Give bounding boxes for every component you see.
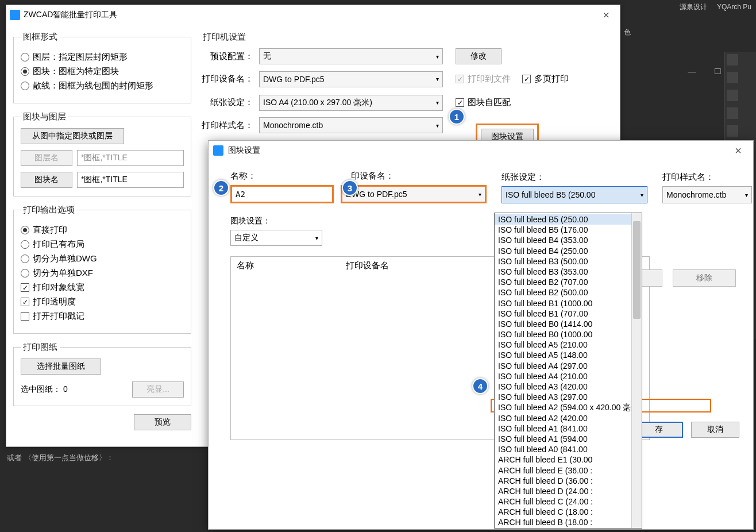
- paper-option[interactable]: ISO full bleed B2 (707.00: [495, 277, 631, 287]
- check-multipage[interactable]: 多页打印: [522, 74, 569, 84]
- paper-option[interactable]: ISO full bleed A1 (841.00: [495, 423, 631, 434]
- legend-drawings: 打印图纸: [21, 342, 60, 353]
- tool-icon[interactable]: [727, 125, 738, 137]
- paper-option[interactable]: ARCH full bleed B (18.00 :: [495, 517, 631, 527]
- label-device: 打印设备名：: [200, 74, 253, 84]
- paper-option[interactable]: ISO full bleed B1 (1000.00: [495, 298, 631, 309]
- tool-icon[interactable]: [727, 107, 738, 119]
- paper-option[interactable]: ISO full bleed B5 (176.00: [495, 225, 631, 235]
- paper-option[interactable]: ISO full bleed A5 (210.00: [495, 340, 631, 350]
- paper-option[interactable]: ISO full bleed B4 (353.00: [495, 235, 631, 245]
- paper-option[interactable]: ISO full bleed B3 (353.00: [495, 267, 631, 277]
- paper-option[interactable]: ISO full bleed B1 (707.00: [495, 309, 631, 319]
- remove-button[interactable]: 移除: [673, 269, 736, 287]
- block-name-button[interactable]: 图块名: [21, 172, 72, 188]
- selected-count-label: 选中图纸： 0: [21, 384, 68, 395]
- modify-button[interactable]: 修改: [456, 48, 502, 64]
- app-icon: [10, 10, 20, 20]
- paper-option[interactable]: ISO full bleed A2 (594.00 x 420.00 毫米): [495, 402, 631, 413]
- label-device2: 印设备名：: [351, 171, 487, 182]
- scrollbar[interactable]: [631, 213, 642, 528]
- cad-menu-right: 源泉设计 YQArch Pu: [667, 0, 756, 13]
- paper-option[interactable]: ARCH full bleed C (24.00 :: [495, 496, 631, 507]
- pick-from-drawing-button[interactable]: 从图中指定图块或图层: [21, 128, 124, 144]
- style-dropdown[interactable]: Monochrome.ctb▾: [259, 117, 443, 133]
- paper-option[interactable]: ISO full bleed B5 (250.00: [495, 214, 631, 225]
- device-dropdown[interactable]: DWG to PDF.pc5▾: [259, 71, 443, 87]
- tool-icon[interactable]: [727, 72, 738, 83]
- radio-block[interactable]: 图块：图框为特定图块: [21, 66, 184, 77]
- callout-1: 1: [449, 109, 465, 125]
- preview-button[interactable]: 预览: [134, 414, 191, 430]
- paper-option[interactable]: ISO full bleed A4 (297.00: [495, 361, 631, 371]
- radio-dxf[interactable]: 切分为单独DXF: [21, 268, 184, 279]
- chevron-down-icon: ▾: [436, 53, 439, 60]
- blockset-dropdown[interactable]: 自定义▾: [230, 230, 322, 246]
- check-automatch[interactable]: 图块自匹配: [456, 97, 511, 108]
- paper-option[interactable]: ISO full bleed B4 (250.00: [495, 246, 631, 256]
- paper-option[interactable]: ISO full bleed A2 (420.00: [495, 413, 631, 423]
- command-line-prompt: 或者 〈使用第一点当做位移〉：: [7, 453, 114, 463]
- paper-option[interactable]: ARCH full bleed C (18.00 :: [495, 507, 631, 517]
- legend-printer: 打印机设置: [200, 32, 248, 43]
- paper-option[interactable]: ISO full bleed A3 (420.00: [495, 381, 631, 392]
- check-lineweight[interactable]: 打印对象线宽: [21, 282, 184, 293]
- tool-icon[interactable]: [727, 54, 738, 65]
- paper-dropdown2[interactable]: ISO full bleed B5 (250.00▾: [502, 186, 647, 203]
- legend-frame-form: 图框形式: [21, 32, 60, 43]
- radio-layer[interactable]: 图层：指定图层封闭矩形: [21, 52, 184, 63]
- radio-poly[interactable]: 散线：图框为线包围的封闭矩形: [21, 80, 184, 91]
- block-name-input[interactable]: *图框,*TITLE: [77, 172, 184, 188]
- group-frame-form: 图框形式 图层：指定图层封闭矩形 图块：图框为特定图块 散线：图框为线包围的封闭…: [13, 32, 191, 103]
- cancel-button[interactable]: 取消: [691, 422, 739, 438]
- paper-dropdown-list[interactable]: ISO full bleed B5 (250.00ISO full bleed …: [494, 213, 642, 529]
- check-transparency[interactable]: 打印透明度: [21, 296, 184, 307]
- style-dropdown2[interactable]: Monochrome.ctb▾: [662, 186, 752, 203]
- paper-option[interactable]: ISO full bleed B3 (500.00: [495, 256, 631, 267]
- th-name: 名称: [231, 257, 340, 275]
- group-drawings: 打印图纸 选择批量图纸 选中图纸： 0 亮显...: [13, 342, 191, 406]
- paper-option[interactable]: ISO full bleed A0 (841.00: [495, 444, 631, 454]
- chevron-down-icon: ▾: [641, 192, 643, 198]
- device-dropdown2[interactable]: DWG to PDF.pc5▾: [341, 185, 487, 203]
- group-printer: 打印机设置 预设配置： 无▾ 修改 打印设备名： DWG to PDF.pc5▾…: [200, 32, 613, 139]
- th-device: 打印设备名: [340, 257, 395, 275]
- paper-option[interactable]: ARCH full bleed D (36.00 :: [495, 476, 631, 486]
- scrollbar-thumb[interactable]: [633, 221, 641, 319]
- chevron-down-icon: ▾: [436, 99, 439, 106]
- paper-option[interactable]: ARCH full bleed D (24.00 :: [495, 486, 631, 496]
- label-blockset: 图块设置：: [230, 216, 739, 226]
- radio-direct[interactable]: 直接打印: [21, 225, 184, 236]
- dlg2-titlebar[interactable]: 图块设置 ×: [209, 141, 753, 160]
- label-style: 打印样式名：: [200, 120, 253, 131]
- paper-option[interactable]: ISO full bleed A3 (297.00: [495, 392, 631, 402]
- radio-dwg[interactable]: 切分为单独DWG: [21, 253, 184, 264]
- check-stamp[interactable]: 打开打印戳记: [21, 311, 184, 322]
- callout-3: 3: [342, 180, 358, 196]
- dlg1-titlebar[interactable]: ZWCAD智能批量打印工具 ×: [6, 5, 620, 25]
- paper-dropdown[interactable]: ISO A4 (210.00 x 297.00 毫米)▾: [259, 95, 443, 111]
- preset-dropdown[interactable]: 无▾: [259, 48, 443, 64]
- layer-name-input[interactable]: *图框,*TITLE: [77, 150, 184, 166]
- name-input[interactable]: A2: [230, 185, 334, 203]
- paper-option[interactable]: ARCH full bleed E1 (30.00: [495, 454, 631, 465]
- paper-option[interactable]: ARCH full bleed E (36.00 :: [495, 465, 631, 476]
- check-to-file: 打印到文件: [456, 74, 511, 84]
- radio-layout[interactable]: 打印已有布局: [21, 239, 184, 250]
- tool-icon[interactable]: [727, 90, 738, 101]
- paper-option[interactable]: ISO full bleed B2 (500.00: [495, 287, 631, 298]
- paper-option[interactable]: ISO full bleed B0 (1000.00: [495, 329, 631, 340]
- select-drawings-button[interactable]: 选择批量图纸: [21, 358, 101, 375]
- paper-option[interactable]: ISO full bleed A1 (594.00: [495, 434, 631, 444]
- close-icon[interactable]: ×: [728, 144, 749, 157]
- label-style2: 打印样式名：: [662, 172, 752, 183]
- paper-option[interactable]: ISO full bleed B0 (1414.00: [495, 319, 631, 329]
- paper-option[interactable]: ISO full bleed A5 (148.00: [495, 350, 631, 360]
- app-icon: [213, 145, 223, 156]
- chevron-down-icon: ▾: [479, 191, 481, 198]
- highlight-button: 亮显...: [132, 381, 184, 398]
- paper-option[interactable]: ISO full bleed A4 (210.00: [495, 371, 631, 381]
- label-preset: 预设配置：: [200, 51, 253, 62]
- close-icon[interactable]: ×: [596, 9, 616, 22]
- callout-4: 4: [472, 378, 488, 394]
